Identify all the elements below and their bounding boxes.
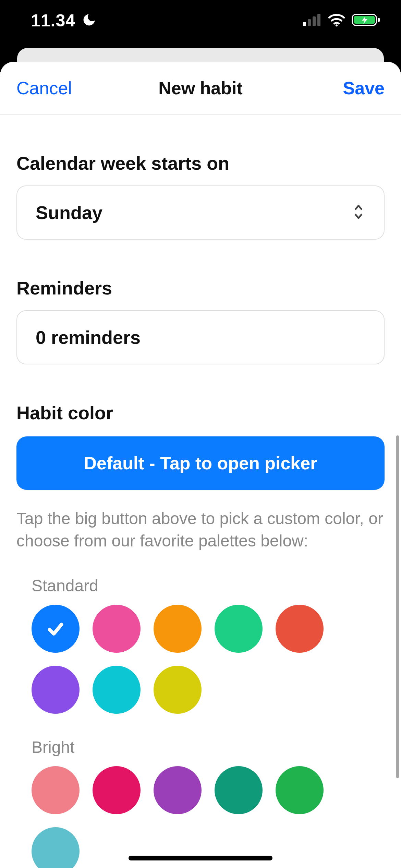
palette-standard-swatches <box>32 605 369 714</box>
palette-standard-title: Standard <box>32 576 369 595</box>
svg-point-4 <box>336 24 338 26</box>
svg-rect-7 <box>378 18 380 22</box>
status-right <box>303 13 380 28</box>
color-hint-text: Tap the big button above to pick a custo… <box>16 508 385 552</box>
color-swatch-bright-4[interactable] <box>276 766 324 814</box>
palette-bright-swatches <box>32 766 369 868</box>
svg-rect-2 <box>313 16 316 26</box>
status-bar: 11.34 <box>0 0 401 48</box>
nav-bar: Cancel New habit Save <box>0 62 401 115</box>
color-swatch-bright-3[interactable] <box>215 766 263 814</box>
color-swatch-bright-2[interactable] <box>154 766 202 814</box>
reminders-selector[interactable]: 0 reminders <box>16 310 385 364</box>
check-icon <box>45 618 66 639</box>
color-swatch-standard-0[interactable] <box>32 605 80 653</box>
wifi-icon <box>328 13 345 28</box>
save-button[interactable]: Save <box>343 78 385 98</box>
reminders-value: 0 reminders <box>36 327 141 348</box>
modal-sheet: Cancel New habit Save Calendar week star… <box>0 62 401 868</box>
color-swatch-bright-1[interactable] <box>93 766 141 814</box>
palette-bright-title: Bright <box>32 738 369 757</box>
section-heading-habit-color: Habit color <box>16 402 385 423</box>
palette-bright: Bright <box>16 738 385 868</box>
svg-rect-3 <box>317 14 320 26</box>
moon-icon <box>82 12 97 29</box>
scroll-indicator <box>396 435 399 778</box>
color-swatch-standard-5[interactable] <box>32 666 80 714</box>
home-indicator <box>129 856 272 860</box>
svg-rect-0 <box>303 22 306 26</box>
color-swatch-bright-0[interactable] <box>32 766 80 814</box>
status-time: 11.34 <box>31 11 75 31</box>
color-swatch-standard-4[interactable] <box>276 605 324 653</box>
week-start-value: Sunday <box>36 202 102 223</box>
color-swatch-standard-1[interactable] <box>93 605 141 653</box>
status-left: 11.34 <box>31 11 97 31</box>
chevron-up-down-icon <box>352 202 365 223</box>
cellular-icon <box>303 14 321 27</box>
color-swatch-standard-6[interactable] <box>93 666 141 714</box>
open-color-picker-button[interactable]: Default - Tap to open picker <box>16 436 385 490</box>
color-swatch-standard-2[interactable] <box>154 605 202 653</box>
section-heading-reminders: Reminders <box>16 277 385 299</box>
cancel-button[interactable]: Cancel <box>16 78 72 98</box>
section-heading-week-start: Calendar week starts on <box>16 153 385 174</box>
content-scroll[interactable]: Calendar week starts on Sunday Reminders… <box>0 115 401 868</box>
color-swatch-bright-5[interactable] <box>32 827 80 868</box>
palette-standard: Standard <box>16 576 385 714</box>
week-start-selector[interactable]: Sunday <box>16 185 385 240</box>
color-swatch-standard-7[interactable] <box>154 666 202 714</box>
svg-rect-1 <box>308 19 311 26</box>
battery-charging-icon <box>352 13 380 28</box>
color-swatch-standard-3[interactable] <box>215 605 263 653</box>
